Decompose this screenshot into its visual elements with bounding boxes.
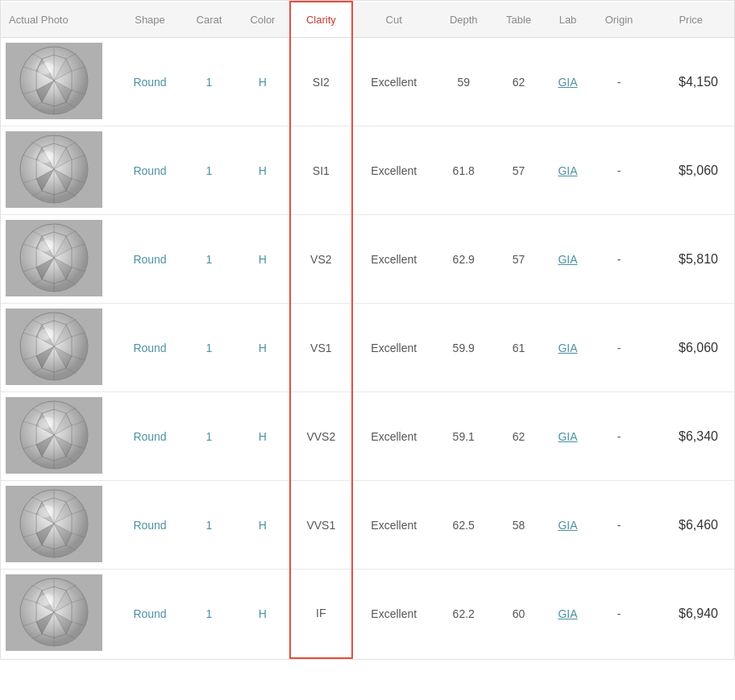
shape-cell: Round: [118, 215, 182, 304]
photo-cell: [1, 38, 118, 126]
header-price: Price: [647, 2, 734, 38]
carat-cell: 1: [182, 481, 236, 570]
diamond-table: Actual Photo Shape Carat Color Clarity C…: [1, 1, 734, 659]
lab-cell[interactable]: GIA: [545, 126, 590, 215]
cut-cell: Excellent: [352, 126, 435, 215]
table-row: Round 1 H VS1 Excellent 59.9 61 GIA - $6…: [1, 304, 734, 392]
color-cell: H: [236, 570, 290, 658]
depth-cell: 61.8: [435, 126, 492, 215]
table-header-row: Actual Photo Shape Carat Color Clarity C…: [1, 2, 734, 38]
lab-cell[interactable]: GIA: [545, 38, 590, 126]
table-row: Round 1 H SI1 Excellent 61.8 57 GIA - $5…: [1, 126, 734, 215]
depth-cell: 59: [435, 38, 492, 126]
price-cell: $6,340: [647, 392, 734, 481]
origin-cell: -: [591, 38, 648, 126]
depth-cell: 62.9: [435, 215, 492, 304]
lab-cell[interactable]: GIA: [545, 392, 590, 481]
clarity-cell: VS2: [290, 215, 352, 304]
shape-cell: Round: [118, 38, 182, 126]
price-cell: $6,460: [647, 481, 734, 570]
cut-cell: Excellent: [352, 392, 435, 481]
depth-cell: 59.1: [435, 392, 492, 481]
origin-cell: -: [591, 215, 648, 304]
origin-cell: -: [591, 570, 648, 658]
table-cell: 62: [492, 392, 546, 481]
depth-cell: 62.2: [435, 570, 492, 658]
lab-cell[interactable]: GIA: [545, 481, 590, 570]
carat-cell: 1: [182, 304, 236, 392]
price-cell: $5,810: [647, 215, 734, 304]
photo-cell: [1, 392, 118, 481]
table-row: Round 1 H SI2 Excellent 59 62 GIA - $4,1…: [1, 38, 734, 126]
carat-cell: 1: [182, 392, 236, 481]
origin-cell: -: [591, 481, 648, 570]
shape-cell: Round: [118, 126, 182, 215]
header-photo: Actual Photo: [1, 2, 118, 38]
table-cell: 57: [492, 215, 546, 304]
price-cell: $4,150: [647, 38, 734, 126]
table-cell: 62: [492, 38, 546, 126]
photo-cell: [1, 304, 118, 392]
photo-cell: [1, 481, 118, 570]
table-cell: 58: [492, 481, 546, 570]
diamond-table-container: Actual Photo Shape Carat Color Clarity C…: [0, 0, 735, 660]
lab-cell[interactable]: GIA: [545, 304, 590, 392]
depth-cell: 62.5: [435, 481, 492, 570]
clarity-cell: SI1: [290, 126, 352, 215]
table-cell: 60: [492, 570, 546, 658]
price-cell: $6,060: [647, 304, 734, 392]
header-color: Color: [236, 2, 290, 38]
header-clarity: Clarity: [290, 2, 352, 38]
cut-cell: Excellent: [352, 570, 435, 658]
cut-cell: Excellent: [352, 38, 435, 126]
shape-cell: Round: [118, 481, 182, 570]
header-cut: Cut: [352, 2, 435, 38]
origin-cell: -: [591, 304, 648, 392]
header-carat: Carat: [182, 2, 236, 38]
color-cell: H: [236, 481, 290, 570]
clarity-cell: SI2: [290, 38, 352, 126]
cut-cell: Excellent: [352, 215, 435, 304]
price-cell: $6,940: [647, 570, 734, 658]
carat-cell: 1: [182, 570, 236, 658]
table-cell: 61: [492, 304, 546, 392]
color-cell: H: [236, 126, 290, 215]
header-depth: Depth: [435, 2, 492, 38]
cut-cell: Excellent: [352, 481, 435, 570]
lab-cell[interactable]: GIA: [545, 570, 590, 658]
table-row: Round 1 H VVS2 Excellent 59.1 62 GIA - $…: [1, 392, 734, 481]
origin-cell: -: [591, 126, 648, 215]
depth-cell: 59.9: [435, 304, 492, 392]
table-row: Round 1 H VVS1 Excellent 62.5 58 GIA - $…: [1, 481, 734, 570]
carat-cell: 1: [182, 126, 236, 215]
table-row: Round 1 H IF Excellent 62.2 60 GIA - $6,…: [1, 570, 734, 658]
table-cell: 57: [492, 126, 546, 215]
shape-cell: Round: [118, 392, 182, 481]
color-cell: H: [236, 215, 290, 304]
header-origin: Origin: [591, 2, 648, 38]
carat-cell: 1: [182, 215, 236, 304]
clarity-cell: IF: [290, 570, 352, 658]
color-cell: H: [236, 392, 290, 481]
cut-cell: Excellent: [352, 304, 435, 392]
shape-cell: Round: [118, 570, 182, 658]
clarity-cell: VVS1: [290, 481, 352, 570]
photo-cell: [1, 215, 118, 304]
shape-cell: Round: [118, 304, 182, 392]
clarity-cell: VVS2: [290, 392, 352, 481]
color-cell: H: [236, 38, 290, 126]
price-cell: $5,060: [647, 126, 734, 215]
photo-cell: [1, 570, 118, 658]
photo-cell: [1, 126, 118, 215]
color-cell: H: [236, 304, 290, 392]
carat-cell: 1: [182, 38, 236, 126]
lab-cell[interactable]: GIA: [545, 215, 590, 304]
clarity-cell: VS1: [290, 304, 352, 392]
table-row: Round 1 H VS2 Excellent 62.9 57 GIA - $5…: [1, 215, 734, 304]
header-shape: Shape: [118, 2, 182, 38]
header-lab: Lab: [545, 2, 590, 38]
origin-cell: -: [591, 392, 648, 481]
header-table: Table: [492, 2, 546, 38]
